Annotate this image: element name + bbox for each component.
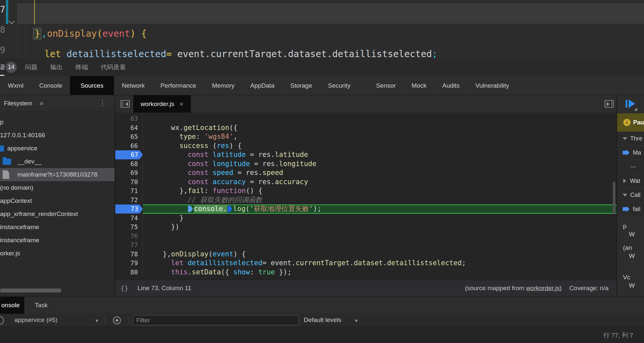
code-content[interactable]: } [143, 214, 616, 223]
tree-item[interactable]: instanceframe [0, 234, 115, 247]
line-number[interactable]: 68 [115, 160, 143, 169]
line-number[interactable]: 67 [115, 150, 143, 160]
ide-tab-输出[interactable]: 输出 [46, 63, 67, 72]
devtools-tab-memory[interactable]: Memory [204, 76, 242, 95]
horizontal-scrollbar[interactable] [0, 289, 61, 292]
code-content[interactable] [143, 241, 616, 250]
line-number[interactable]: 74 [115, 214, 143, 223]
devtools-tab-wxml[interactable]: Wxml [0, 76, 31, 95]
code-content[interactable]: success (res) { [143, 141, 616, 151]
line-number[interactable]: 75 [115, 223, 143, 232]
ide-tab-问题[interactable]: 问题 [20, 63, 42, 72]
devtools-tab-audits[interactable]: Audits [434, 76, 468, 95]
tree-item[interactable]: appservice [0, 142, 115, 155]
tree-item[interactable]: mainframe?t=173088103278 [0, 168, 115, 181]
call-stack-frame[interactable]: VcW [617, 274, 644, 289]
devtools-tab-storage[interactable]: Storage [282, 76, 320, 95]
debugger-row-call[interactable]: Call [617, 188, 644, 202]
top-code-editor[interactable]: 789 },onDisplay(event) { let detaillists… [0, 0, 644, 58]
code-content[interactable]: type: 'wgs84', [143, 132, 616, 141]
call-stack-frame[interactable]: pW [617, 223, 644, 238]
line-number[interactable]: 78 [115, 250, 143, 259]
tab-debugger-clipped[interactable]: 器 [0, 63, 5, 72]
hide-navigator-icon[interactable] [121, 100, 130, 108]
ide-tab-终端[interactable]: 终端 [71, 63, 93, 72]
tree-item[interactable]: instanceframe [0, 221, 115, 234]
devtools-tab-console[interactable]: Console [31, 76, 70, 95]
log-levels-selector[interactable]: Default levels [304, 316, 341, 324]
line-number[interactable]: 69 [115, 168, 143, 178]
code-content[interactable]: const accuracy = res.accuracy [143, 178, 616, 187]
line-number[interactable]: 65 [115, 132, 143, 141]
clear-console-icon[interactable] [0, 316, 4, 325]
tree-item[interactable]: __dev__ [0, 155, 115, 168]
kebab-menu-icon[interactable]: ⋮ [99, 98, 106, 107]
debugger-row----[interactable]: --- [617, 160, 644, 174]
code-content[interactable] [143, 232, 616, 241]
tree-item[interactable]: app_xrframe_renderContext [0, 207, 115, 221]
show-debugger-drawer-icon[interactable] [605, 100, 614, 108]
chevron-down-icon[interactable]: ▼ [354, 318, 359, 323]
code-content[interactable]: this.setData({ show: true }); [143, 268, 616, 277]
tree-item[interactable]: 127.0.0.1:40166 [0, 129, 115, 142]
code-area[interactable]: 6364 wx.getLocation({65 type: 'wgs84',66… [115, 113, 616, 280]
code-content[interactable]: }) [143, 223, 616, 232]
code-content[interactable]: wx.getLocation({ [143, 123, 616, 133]
continue-to-here-icon[interactable] [228, 206, 233, 212]
debugger-row-ma[interactable]: Ma [617, 146, 644, 160]
filter-input[interactable] [133, 315, 299, 325]
devtools-tab-sources[interactable]: Sources [70, 76, 114, 95]
sidebar-title[interactable]: Filesystem [4, 100, 32, 107]
line-number[interactable]: 73 [115, 204, 143, 214]
code-content[interactable] [143, 114, 616, 123]
vertical-scrollbar[interactable] [613, 182, 615, 214]
console-tab-onsole[interactable]: onsole [0, 297, 24, 314]
fold-chevron-icon[interactable] [9, 18, 14, 24]
devtools-tab-appdata[interactable]: AppData [242, 76, 282, 95]
devtools-tab-performance[interactable]: Performance [153, 76, 204, 95]
devtools-tab-vulnerability[interactable]: Vulnerability [468, 76, 517, 95]
resume-script-icon[interactable] [626, 99, 637, 108]
code-content[interactable]: let detaillistselected= event.currentTar… [143, 259, 616, 268]
code-content[interactable]: // 获取失败的回调函数 [143, 196, 616, 205]
line-number[interactable]: 76 [115, 232, 143, 241]
code-content[interactable]: const longitude = res.longitude [143, 160, 616, 169]
devtools-tab-security[interactable]: Security [320, 76, 359, 95]
console-tab-task[interactable]: Task [29, 297, 54, 314]
line-number[interactable]: 72 [115, 196, 143, 205]
tree-item[interactable]: (no domain) [0, 181, 115, 194]
debugger-row-wat[interactable]: Wat [617, 174, 644, 188]
code-content[interactable]: const speed = res.speed [143, 168, 616, 178]
tree-item[interactable]: p [0, 116, 115, 129]
ide-tab-代码质量[interactable]: 代码质量 [96, 63, 130, 72]
line-number[interactable]: 9 [0, 45, 5, 55]
line-number[interactable]: 7 [0, 5, 5, 14]
debugger-row-fail[interactable]: fail [617, 202, 644, 216]
file-tab-workorder[interactable]: workorder.js × [133, 95, 191, 113]
debugger-row-thre[interactable]: Thre [617, 132, 644, 146]
pretty-print-icon[interactable]: {} [121, 284, 128, 292]
devtools-tab-mock[interactable]: Mock [404, 76, 434, 95]
devtools-tab-network[interactable]: Network [114, 76, 153, 95]
code-content[interactable]: const latitude = res.latitude [143, 150, 616, 160]
line-number[interactable]: 71 [115, 186, 143, 196]
context-selector[interactable]: appservice (#5) [14, 316, 57, 324]
live-expression-icon[interactable] [113, 316, 121, 324]
line-number[interactable]: 77 [115, 241, 143, 250]
devtools-tab-sensor[interactable]: Sensor [368, 76, 404, 95]
line-number[interactable]: 8 [0, 25, 5, 35]
code-content[interactable]: console.log('获取地理位置失败'); [143, 204, 616, 214]
more-panels-icon[interactable]: » [39, 99, 43, 108]
tree-item[interactable]: orker.js [0, 247, 115, 260]
line-number[interactable]: 80 [115, 268, 143, 277]
source-map-link[interactable]: workorder.js [526, 285, 560, 291]
line-number[interactable]: 64 [115, 123, 143, 133]
code-content[interactable]: },fail: function() { [143, 186, 616, 196]
chevron-down-icon[interactable]: ▼ [95, 318, 99, 323]
code-content[interactable]: },onDisplay(event) { [143, 250, 616, 259]
close-icon[interactable]: × [179, 100, 183, 108]
tree-item[interactable]: appContext [0, 194, 115, 207]
line-number[interactable]: 66 [115, 141, 143, 151]
line-number[interactable]: 63 [115, 114, 143, 123]
call-stack-frame[interactable]: (anW [617, 244, 644, 260]
